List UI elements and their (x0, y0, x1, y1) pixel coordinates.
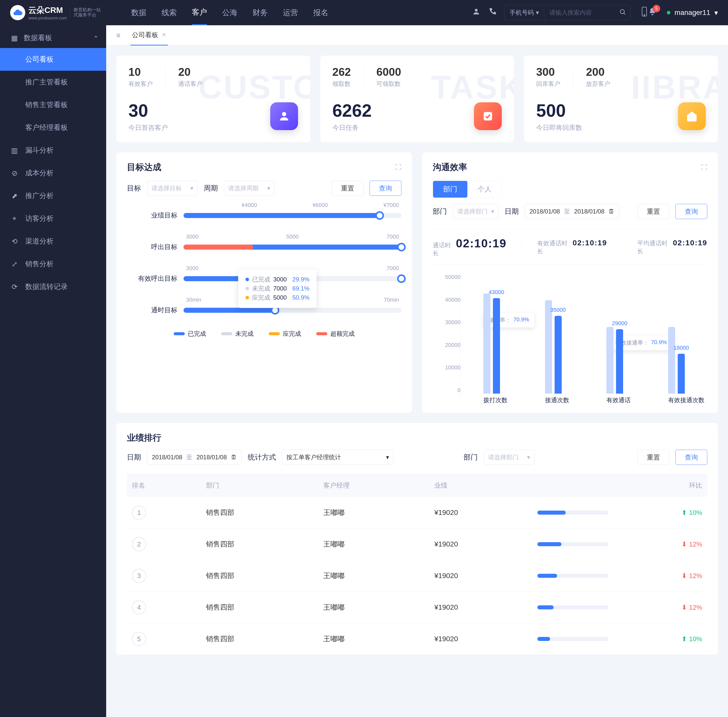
topnav-4[interactable]: 财务 (252, 0, 268, 25)
targets-title: 目标达成 (127, 162, 161, 173)
sidebar-item-2[interactable]: 销售主管看板 (0, 93, 106, 116)
targets-query[interactable]: 查询 (370, 181, 401, 196)
comm-query[interactable]: 查询 (675, 204, 707, 219)
svg-point-1 (620, 9, 624, 14)
stat-card-0: CUSTO10有效客户20通话客户30今日首咨客户 (116, 56, 310, 142)
chevron-down-icon: ▾ (714, 9, 718, 17)
stat-card-2: IIBRA300回库客户200放弃客户500今日即将回库数 (524, 56, 718, 142)
menu-icon: ⟲ (10, 237, 19, 246)
svg-point-0 (475, 9, 478, 12)
rank-date-range[interactable]: 2018/01/08至2018/01/08 🗓 (147, 450, 242, 465)
panel-comm: 沟通效率 ⛶ 部门 个人 部门 请选择部门▾ 日期 2 (422, 153, 718, 413)
rank-title: 业绩排行 (127, 432, 707, 444)
brand-name: 云朵CRM (28, 5, 67, 16)
content: ≡ 公司看板✕ CUSTO10有效客户20通话客户30今日首咨客户TASK262… (106, 25, 728, 717)
sidebar: ▦数据看板 公司看板推广主管看板销售主管看板客户经理看板 ▥漏斗分析⊘成本分析⬈… (0, 25, 106, 717)
brand-sub: 教育机构一站式服务平台 (70, 8, 101, 18)
sidebar-item-0[interactable]: 公司看板 (0, 48, 106, 71)
stat-card-1: TASK262领取数6000可领取数6262今日任务 (320, 56, 514, 142)
targets-tooltip: 已完成300029.9% 未完成700069.1% 应完成500050.9% (238, 269, 317, 308)
menu-icon: ⤢ (10, 260, 19, 268)
rank-table: 排名 部门 客户经理 业绩 环比 1销售四部王嘟嘟¥19020⬆10%2销售四部… (127, 474, 707, 655)
cloud-icon (10, 5, 25, 20)
panel-targets: 目标达成 ⛶ 目标 请选择目标▾ 周期 请选择周期▾ 重置 查询 (116, 153, 412, 413)
menu-icon: ⟳ (10, 283, 19, 291)
menu-icon: ⬈ (10, 192, 19, 200)
panel-rank: 业绩排行 日期 2018/01/08至2018/01/08 🗓 统计方式 按工单… (116, 423, 718, 655)
comm-metrics: 通话时长02:10:19 有效通话时长02:10:19 平均通话时长02:10:… (433, 229, 707, 265)
phone-icon[interactable] (488, 7, 497, 18)
table-row[interactable]: 1销售四部王嘟嘟¥19020⬆10% (127, 497, 707, 529)
comm-title: 沟通效率 (433, 162, 467, 173)
search-box: 手机号码▾ (504, 5, 630, 20)
sidebar-single-4[interactable]: ⟲渠道分析 (0, 230, 106, 253)
targets-reset[interactable]: 重置 (332, 181, 364, 196)
topnav-2[interactable]: 客户 (192, 0, 207, 25)
comm-dept-select[interactable]: 请选择部门▾ (453, 204, 499, 219)
comm-reset[interactable]: 重置 (638, 204, 669, 219)
topnav-5[interactable]: 运营 (283, 0, 298, 25)
search-input[interactable] (544, 9, 615, 16)
comm-chart: 50000400003000020000100000 接通率：70.9% 有效接… (433, 272, 707, 404)
expand-icon[interactable]: ⛶ (395, 164, 401, 171)
expand-icon[interactable]: ⛶ (701, 164, 707, 171)
rank-dept-select[interactable]: 请选择部门▾ (484, 450, 534, 465)
notif-badge: 5 (653, 5, 660, 12)
calendar-icon: 🗓 (231, 454, 237, 461)
tabbar: ≡ 公司看板✕ (106, 25, 728, 46)
user-menu[interactable]: manager11 ▾ (667, 9, 718, 17)
bell-icon[interactable]: 5 (648, 7, 657, 18)
topnav: 数据线索客户公海财务运营报名 (131, 0, 328, 25)
search-button[interactable] (615, 8, 630, 17)
hamburger-icon[interactable]: ≡ (116, 31, 120, 40)
sidebar-single-1[interactable]: ⊘成本分析 (0, 162, 106, 185)
rank-reset[interactable]: 重置 (638, 450, 669, 465)
svg-point-3 (644, 15, 645, 15)
logo: 云朵CRM www.yunduocrm.com 教育机构一站式服务平台 (10, 5, 101, 20)
comm-tab-dept[interactable]: 部门 (433, 181, 467, 198)
sidebar-item-1[interactable]: 推广主管看板 (0, 71, 106, 93)
comm-tabs: 部门 个人 (433, 181, 502, 198)
period-label: 周期 (204, 183, 218, 193)
menu-icon: ⊘ (10, 169, 19, 177)
close-icon[interactable]: ✕ (162, 32, 166, 38)
goal-select[interactable]: 请选择目标▾ (147, 181, 198, 196)
menu-icon: ▥ (10, 146, 19, 155)
status-dot (667, 11, 670, 14)
topnav-3[interactable]: 公海 (222, 0, 237, 25)
comm-tab-person[interactable]: 个人 (467, 181, 502, 198)
sidebar-single-5[interactable]: ⤢销售分析 (0, 253, 106, 275)
table-row[interactable]: 3销售四部王嘟嘟¥19020⬇12% (127, 560, 707, 592)
mobile-icon[interactable] (641, 6, 648, 19)
tgt-label-1: 业绩目标 (127, 211, 177, 220)
topnav-6[interactable]: 报名 (313, 0, 328, 25)
menu-icon: ⌖ (10, 215, 19, 223)
topbar: 云朵CRM www.yunduocrm.com 教育机构一站式服务平台 数据线索… (0, 0, 728, 25)
table-row[interactable]: 4销售四部王嘟嘟¥19020⬇12% (127, 592, 707, 623)
sidebar-single-3[interactable]: ⌖访客分析 (0, 207, 106, 230)
tab-company[interactable]: 公司看板✕ (130, 25, 168, 46)
table-row[interactable]: 2销售四部王嘟嘟¥19020⬇12% (127, 529, 707, 560)
goal-label: 目标 (127, 183, 141, 193)
sidebar-group-dashboard[interactable]: ▦数据看板 (0, 28, 106, 48)
topnav-0[interactable]: 数据 (131, 0, 146, 25)
user-name: manager11 (674, 9, 710, 17)
avatar-icon[interactable] (472, 7, 480, 18)
rank-method-select[interactable]: 按工单客户经理统计▾ (282, 450, 393, 465)
sidebar-single-2[interactable]: ⬈推广分析 (0, 185, 106, 207)
sidebar-single-0[interactable]: ▥漏斗分析 (0, 139, 106, 162)
search-type-select[interactable]: 手机号码▾ (505, 5, 544, 20)
table-row[interactable]: 5销售四部王嘟嘟¥19020⬆10% (127, 623, 707, 655)
rank-query[interactable]: 查询 (675, 450, 707, 465)
sidebar-single-6[interactable]: ⟳数据流转记录 (0, 275, 106, 298)
comm-date-range[interactable]: 2018/01/08至2018/01/08 🗓 (525, 204, 619, 219)
topnav-1[interactable]: 线索 (162, 0, 177, 25)
period-select[interactable]: 请选择周期▾ (224, 181, 275, 196)
calendar-icon: 🗓 (609, 208, 615, 215)
sidebar-item-3[interactable]: 客户经理看板 (0, 116, 106, 139)
targets-legend: 已完成 未完成 应完成 超额完成 (127, 330, 401, 338)
dashboard-icon: ▦ (10, 34, 19, 42)
